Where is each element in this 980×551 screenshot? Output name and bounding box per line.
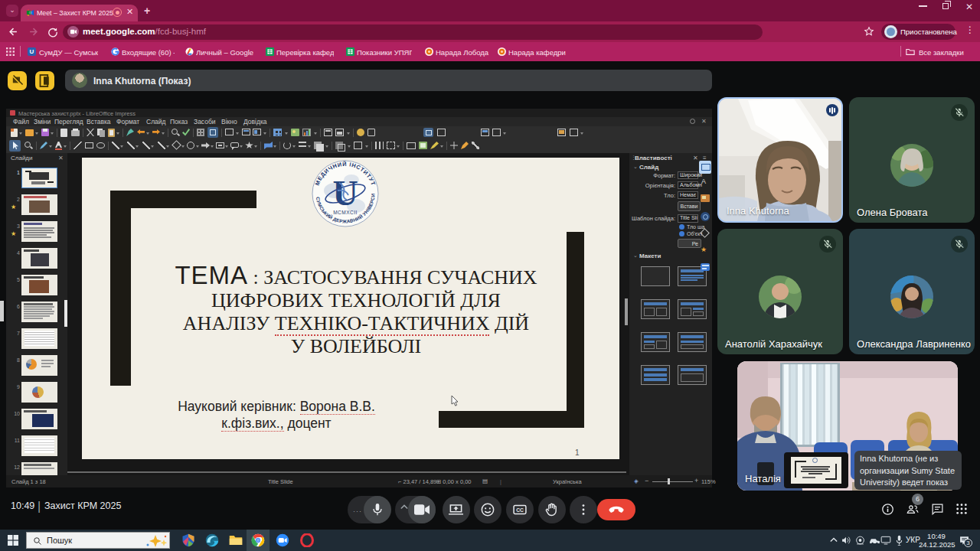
svg-text:U: U <box>332 174 358 213</box>
svg-text:MCMXCII: MCMXCII <box>333 210 358 215</box>
svg-text:CC: CC <box>516 507 524 513</box>
